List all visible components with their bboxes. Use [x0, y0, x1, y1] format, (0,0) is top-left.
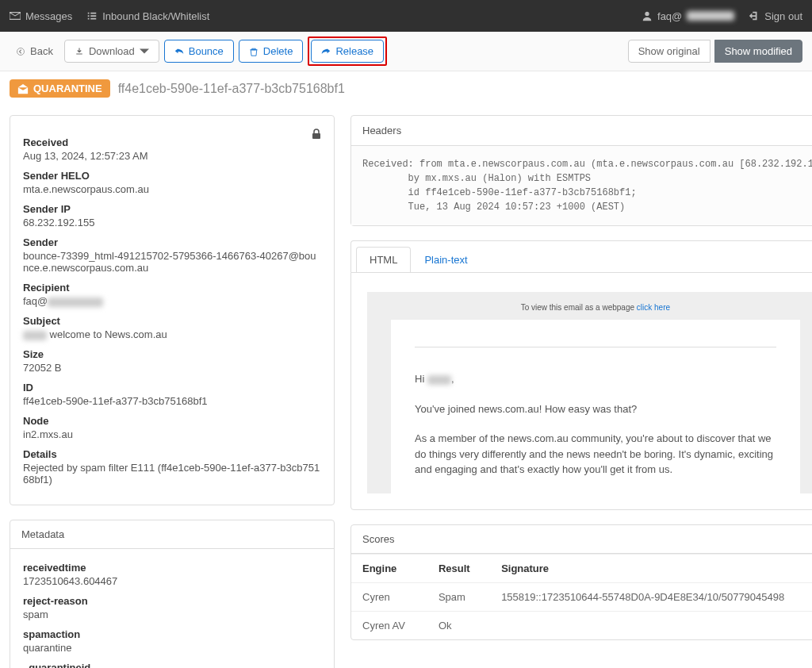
node-label: Node	[23, 415, 321, 427]
sender-value: bounce-73399_html-491215702-5795366-1466…	[23, 250, 321, 274]
scores-table: Engine Result Signature Cyren Spam 15581…	[351, 554, 812, 639]
tab-html[interactable]: HTML	[356, 247, 411, 273]
signout-icon	[749, 10, 760, 21]
preview-p3: Want headlines as they happen? You got i…	[415, 492, 776, 494]
recipient-label: Recipient	[23, 282, 321, 294]
share-icon	[321, 47, 331, 56]
reply-icon	[174, 47, 184, 56]
reject-reason-label: reject-reason	[23, 595, 321, 607]
back-arrow-icon	[16, 47, 25, 56]
show-original-button[interactable]: Show original	[628, 40, 710, 63]
id-value: ff4e1ceb-590e-11ef-a377-b3cb75168bf1	[23, 395, 321, 407]
svg-rect-2	[312, 133, 320, 139]
scores-title: Scores	[351, 525, 812, 554]
back-button[interactable]: Back	[10, 40, 59, 62]
subject-value: welcome to News.com.au	[23, 328, 321, 340]
caret-down-icon	[140, 47, 149, 56]
preview-webpage-link-row: To view this email as a webpage click he…	[391, 303, 800, 312]
spamaction-value: quarantine	[23, 642, 321, 654]
sender-label: Sender	[23, 236, 321, 248]
preview-greeting: Hi ,	[415, 371, 776, 387]
svg-point-0	[645, 12, 649, 16]
preview-p2: As a member of the news.com.au community…	[415, 431, 776, 478]
nav-signout[interactable]: Sign out	[749, 10, 802, 22]
envelope-icon	[10, 10, 21, 21]
lock-icon	[312, 129, 321, 142]
release-button[interactable]: Release	[311, 40, 384, 63]
metadata-title: Metadata	[10, 520, 334, 549]
scores-th-engine: Engine	[351, 555, 427, 583]
preview-p1: You've joined news.com.au! How easy was …	[415, 401, 776, 417]
show-modified-button[interactable]: Show modified	[714, 40, 802, 63]
preview-panel: To view this email as a webpage click he…	[350, 272, 812, 510]
quarantineid-label: _quarantineid	[23, 662, 321, 668]
scores-th-signature: Signature	[490, 555, 812, 583]
metadata-panel: Metadata receivedtime 1723510643.604467 …	[10, 520, 335, 668]
nav-messages[interactable]: Messages	[10, 10, 72, 22]
list-icon	[86, 10, 98, 21]
spamaction-label: spamaction	[23, 628, 321, 640]
download-icon	[75, 47, 84, 56]
nav-user[interactable]: faq@	[642, 10, 734, 22]
ip-value: 68.232.192.155	[23, 217, 321, 228]
table-row: Cyren Spam 155819::1723510644-55748D0A-9…	[351, 583, 812, 612]
received-label: Received	[23, 136, 321, 148]
helo-value: mta.e.newscorpaus.com.au	[23, 183, 321, 195]
table-row: Cyren AV Ok	[351, 612, 812, 640]
preview-scroll[interactable]: To view this email as a webpage click he…	[367, 289, 812, 493]
download-button[interactable]: Download	[64, 40, 159, 63]
headers-panel: Headers Received: from mta.e.newscorpaus…	[350, 115, 812, 226]
details-value: Rejected by spam filter E111 (ff4e1ceb-5…	[23, 462, 321, 486]
details-label: Details	[23, 448, 321, 460]
subject-label: Subject	[23, 315, 321, 327]
node-value: in2.mxs.au	[23, 428, 321, 440]
preview-tabs: HTML Plain-text	[350, 240, 812, 272]
size-value: 72052 B	[23, 362, 321, 374]
size-label: Size	[23, 348, 321, 360]
top-nav: Messages Inbound Black/Whitelist faq@ Si…	[0, 0, 812, 32]
envelope-open-icon	[17, 83, 29, 94]
reject-reason-value: spam	[23, 608, 321, 620]
receivedtime-label: receivedtime	[23, 562, 321, 574]
receivedtime-value: 1723510643.604467	[23, 575, 321, 587]
svg-point-1	[17, 48, 25, 55]
user-icon	[642, 10, 653, 21]
id-label: ID	[23, 382, 321, 394]
bounce-button[interactable]: Bounce	[164, 40, 234, 63]
delete-button[interactable]: Delete	[239, 40, 304, 63]
headers-content: Received: from mta.e.newscorpaus.com.au …	[351, 146, 812, 225]
ip-label: Sender IP	[23, 203, 321, 215]
recipient-value: faq@	[23, 295, 321, 307]
tab-plain-text[interactable]: Plain-text	[411, 247, 481, 273]
preview-click-here-link[interactable]: click here	[637, 303, 670, 312]
received-value: Aug 13, 2024, 12:57:23 AM	[23, 150, 321, 162]
release-highlight: Release	[308, 36, 387, 66]
nav-inbound-blackwhitelist[interactable]: Inbound Black/Whitelist	[86, 10, 209, 22]
toolbar: Back Download Bounce Delete Release Show…	[0, 32, 812, 71]
message-id: ff4e1ceb-590e-11ef-a377-b3cb75168bf1	[118, 82, 345, 96]
details-panel: Received Aug 13, 2024, 12:57:23 AM Sende…	[10, 115, 335, 505]
scores-th-result: Result	[427, 555, 490, 583]
quarantine-badge: QUARANTINE	[10, 79, 110, 98]
scores-panel: Scores Engine Result Signature Cyren Spa…	[350, 524, 812, 640]
trash-icon	[249, 47, 259, 56]
headers-title: Headers	[362, 125, 401, 136]
helo-label: Sender HELO	[23, 170, 321, 182]
